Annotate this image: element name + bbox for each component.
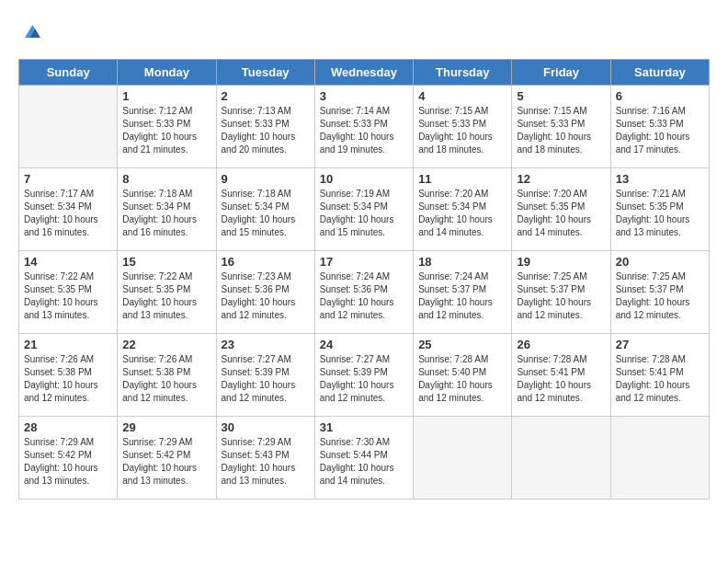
day-number: 25 bbox=[418, 338, 506, 351]
day-info: Sunrise: 7:29 AM Sunset: 5:42 PM Dayligh… bbox=[24, 436, 112, 488]
col-header-saturday: Saturday bbox=[610, 60, 709, 86]
calendar-cell bbox=[19, 86, 118, 168]
day-info: Sunrise: 7:25 AM Sunset: 5:37 PM Dayligh… bbox=[517, 270, 605, 322]
calendar-cell: 25Sunrise: 7:28 AM Sunset: 5:40 PM Dayli… bbox=[414, 334, 512, 417]
calendar-cell: 4Sunrise: 7:15 AM Sunset: 5:33 PM Daylig… bbox=[414, 86, 512, 168]
col-header-monday: Monday bbox=[118, 60, 216, 86]
calendar-cell: 24Sunrise: 7:27 AM Sunset: 5:39 PM Dayli… bbox=[314, 334, 413, 417]
day-info: Sunrise: 7:15 AM Sunset: 5:33 PM Dayligh… bbox=[418, 105, 506, 156]
col-header-sunday: Sunday bbox=[19, 60, 118, 86]
day-info: Sunrise: 7:27 AM Sunset: 5:39 PM Dayligh… bbox=[320, 353, 408, 405]
header-row: SundayMondayTuesdayWednesdayThursdayFrid… bbox=[19, 60, 710, 86]
page-header bbox=[18, 18, 710, 44]
calendar-cell: 2Sunrise: 7:13 AM Sunset: 5:33 PM Daylig… bbox=[216, 86, 314, 168]
calendar-cell: 26Sunrise: 7:28 AM Sunset: 5:41 PM Dayli… bbox=[512, 334, 610, 417]
day-info: Sunrise: 7:28 AM Sunset: 5:41 PM Dayligh… bbox=[616, 353, 704, 405]
day-info: Sunrise: 7:14 AM Sunset: 5:33 PM Dayligh… bbox=[320, 105, 408, 156]
week-row-3: 21Sunrise: 7:26 AM Sunset: 5:38 PM Dayli… bbox=[19, 334, 710, 417]
day-number: 17 bbox=[320, 255, 408, 269]
day-number: 5 bbox=[517, 89, 605, 103]
day-number: 27 bbox=[616, 338, 704, 351]
day-info: Sunrise: 7:22 AM Sunset: 5:35 PM Dayligh… bbox=[122, 270, 210, 322]
col-header-friday: Friday bbox=[512, 60, 610, 86]
day-info: Sunrise: 7:28 AM Sunset: 5:41 PM Dayligh… bbox=[517, 353, 605, 405]
week-row-1: 7Sunrise: 7:17 AM Sunset: 5:34 PM Daylig… bbox=[19, 168, 710, 251]
calendar-cell: 15Sunrise: 7:22 AM Sunset: 5:35 PM Dayli… bbox=[118, 251, 216, 334]
day-number: 15 bbox=[122, 255, 210, 269]
day-number: 12 bbox=[517, 172, 605, 186]
day-number: 23 bbox=[222, 338, 310, 351]
day-info: Sunrise: 7:21 AM Sunset: 5:35 PM Dayligh… bbox=[616, 188, 704, 239]
day-number: 26 bbox=[517, 338, 605, 351]
day-number: 4 bbox=[418, 89, 506, 103]
calendar-cell: 30Sunrise: 7:29 AM Sunset: 5:43 PM Dayli… bbox=[216, 417, 314, 500]
col-header-wednesday: Wednesday bbox=[314, 60, 413, 86]
day-number: 28 bbox=[24, 420, 112, 434]
calendar-table: SundayMondayTuesdayWednesdayThursdayFrid… bbox=[18, 59, 710, 500]
day-number: 7 bbox=[24, 172, 112, 186]
calendar-cell: 8Sunrise: 7:18 AM Sunset: 5:34 PM Daylig… bbox=[118, 168, 216, 251]
day-number: 18 bbox=[418, 255, 506, 269]
calendar-cell: 17Sunrise: 7:24 AM Sunset: 5:36 PM Dayli… bbox=[314, 251, 413, 334]
day-info: Sunrise: 7:28 AM Sunset: 5:40 PM Dayligh… bbox=[418, 353, 506, 405]
calendar-cell bbox=[610, 417, 709, 500]
calendar-cell: 12Sunrise: 7:20 AM Sunset: 5:35 PM Dayli… bbox=[512, 168, 610, 251]
day-number: 14 bbox=[24, 255, 112, 269]
day-info: Sunrise: 7:22 AM Sunset: 5:35 PM Dayligh… bbox=[24, 270, 112, 322]
day-number: 6 bbox=[616, 89, 704, 103]
day-info: Sunrise: 7:16 AM Sunset: 5:33 PM Dayligh… bbox=[616, 105, 704, 156]
day-number: 8 bbox=[122, 172, 210, 186]
day-number: 19 bbox=[517, 255, 605, 269]
day-number: 16 bbox=[222, 255, 310, 269]
day-number: 11 bbox=[418, 172, 506, 186]
calendar-cell: 31Sunrise: 7:30 AM Sunset: 5:44 PM Dayli… bbox=[314, 417, 413, 500]
calendar-cell: 5Sunrise: 7:15 AM Sunset: 5:33 PM Daylig… bbox=[512, 86, 610, 168]
logo-icon bbox=[18, 18, 44, 44]
calendar-cell: 3Sunrise: 7:14 AM Sunset: 5:33 PM Daylig… bbox=[314, 86, 413, 168]
week-row-2: 14Sunrise: 7:22 AM Sunset: 5:35 PM Dayli… bbox=[19, 251, 710, 334]
day-info: Sunrise: 7:27 AM Sunset: 5:39 PM Dayligh… bbox=[222, 353, 310, 405]
day-number: 22 bbox=[122, 338, 210, 351]
calendar-cell: 6Sunrise: 7:16 AM Sunset: 5:33 PM Daylig… bbox=[610, 86, 709, 168]
calendar-cell: 18Sunrise: 7:24 AM Sunset: 5:37 PM Dayli… bbox=[414, 251, 512, 334]
day-number: 3 bbox=[320, 89, 408, 103]
day-number: 9 bbox=[222, 172, 310, 186]
day-info: Sunrise: 7:15 AM Sunset: 5:33 PM Dayligh… bbox=[517, 105, 605, 156]
week-row-4: 28Sunrise: 7:29 AM Sunset: 5:42 PM Dayli… bbox=[19, 417, 710, 500]
calendar-cell: 9Sunrise: 7:18 AM Sunset: 5:34 PM Daylig… bbox=[216, 168, 314, 251]
day-info: Sunrise: 7:13 AM Sunset: 5:33 PM Dayligh… bbox=[222, 105, 310, 156]
day-number: 10 bbox=[320, 172, 408, 186]
day-info: Sunrise: 7:23 AM Sunset: 5:36 PM Dayligh… bbox=[222, 270, 310, 322]
col-header-tuesday: Tuesday bbox=[216, 60, 314, 86]
day-info: Sunrise: 7:18 AM Sunset: 5:34 PM Dayligh… bbox=[222, 188, 310, 239]
calendar-cell: 10Sunrise: 7:19 AM Sunset: 5:34 PM Dayli… bbox=[314, 168, 413, 251]
calendar-cell bbox=[414, 417, 512, 500]
day-number: 30 bbox=[222, 420, 310, 434]
calendar-cell: 23Sunrise: 7:27 AM Sunset: 5:39 PM Dayli… bbox=[216, 334, 314, 417]
day-info: Sunrise: 7:26 AM Sunset: 5:38 PM Dayligh… bbox=[24, 353, 112, 405]
calendar-cell: 22Sunrise: 7:26 AM Sunset: 5:38 PM Dayli… bbox=[118, 334, 216, 417]
calendar-cell: 1Sunrise: 7:12 AM Sunset: 5:33 PM Daylig… bbox=[118, 86, 216, 168]
calendar-cell: 29Sunrise: 7:29 AM Sunset: 5:42 PM Dayli… bbox=[118, 417, 216, 500]
day-info: Sunrise: 7:29 AM Sunset: 5:42 PM Dayligh… bbox=[122, 436, 210, 488]
day-info: Sunrise: 7:24 AM Sunset: 5:36 PM Dayligh… bbox=[320, 270, 408, 322]
calendar-cell: 13Sunrise: 7:21 AM Sunset: 5:35 PM Dayli… bbox=[610, 168, 709, 251]
calendar-cell: 20Sunrise: 7:25 AM Sunset: 5:37 PM Dayli… bbox=[610, 251, 709, 334]
calendar-cell: 19Sunrise: 7:25 AM Sunset: 5:37 PM Dayli… bbox=[512, 251, 610, 334]
day-info: Sunrise: 7:17 AM Sunset: 5:34 PM Dayligh… bbox=[24, 188, 112, 239]
day-info: Sunrise: 7:18 AM Sunset: 5:34 PM Dayligh… bbox=[122, 188, 210, 239]
calendar-cell: 28Sunrise: 7:29 AM Sunset: 5:42 PM Dayli… bbox=[19, 417, 118, 500]
day-number: 13 bbox=[616, 172, 704, 186]
day-info: Sunrise: 7:12 AM Sunset: 5:33 PM Dayligh… bbox=[122, 105, 210, 156]
calendar-cell bbox=[512, 417, 610, 500]
day-number: 29 bbox=[122, 420, 210, 434]
day-number: 21 bbox=[24, 338, 112, 351]
day-info: Sunrise: 7:29 AM Sunset: 5:43 PM Dayligh… bbox=[222, 436, 310, 488]
calendar-cell: 16Sunrise: 7:23 AM Sunset: 5:36 PM Dayli… bbox=[216, 251, 314, 334]
day-number: 24 bbox=[320, 338, 408, 351]
calendar-cell: 27Sunrise: 7:28 AM Sunset: 5:41 PM Dayli… bbox=[610, 334, 709, 417]
calendar-cell: 11Sunrise: 7:20 AM Sunset: 5:34 PM Dayli… bbox=[414, 168, 512, 251]
col-header-thursday: Thursday bbox=[414, 60, 512, 86]
day-info: Sunrise: 7:26 AM Sunset: 5:38 PM Dayligh… bbox=[122, 353, 210, 405]
day-info: Sunrise: 7:19 AM Sunset: 5:34 PM Dayligh… bbox=[320, 188, 408, 239]
